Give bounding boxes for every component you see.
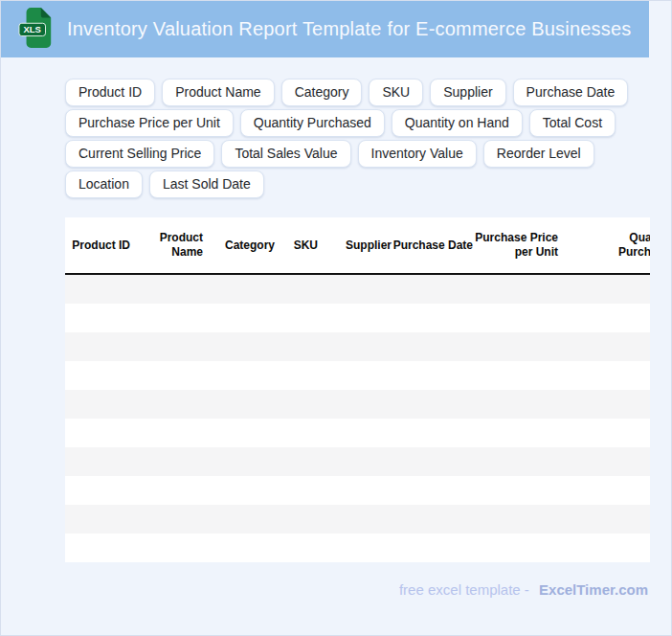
column-header: Product Name xyxy=(130,231,203,260)
inventory-table: Product ID Product Name Category SKU Sup… xyxy=(65,217,650,562)
field-chip[interactable]: Total Cost xyxy=(529,109,616,137)
field-chip[interactable]: Product ID xyxy=(65,79,155,106)
field-chip[interactable]: Purchase Price per Unit xyxy=(65,109,234,137)
column-header: Quantity Purchased xyxy=(618,231,650,260)
field-chip[interactable]: Total Sales Value xyxy=(221,140,350,168)
column-header: Supplier xyxy=(318,238,392,253)
table-row xyxy=(65,505,650,534)
footer: free excel template - ExcelTimer.com xyxy=(399,581,648,598)
table-header-row: Product ID Product Name Category SKU Sup… xyxy=(65,217,650,273)
page: XLS Inventory Valuation Report Template … xyxy=(0,0,672,636)
column-header: Category xyxy=(203,238,275,253)
xls-icon-label: XLS xyxy=(23,24,40,34)
field-chip[interactable]: Current Selling Price xyxy=(65,140,214,168)
footer-text: free excel template - xyxy=(399,581,529,598)
page-title: Inventory Valuation Report Template for … xyxy=(67,18,632,40)
field-chip[interactable]: Product Name xyxy=(162,79,274,106)
column-header: Purchase Price per Unit xyxy=(473,231,558,260)
field-chip[interactable]: Category xyxy=(281,79,363,106)
field-chip[interactable]: Purchase Date xyxy=(513,79,629,106)
table-row xyxy=(65,332,650,361)
table-row xyxy=(65,390,650,419)
field-chip[interactable]: SKU xyxy=(369,79,423,106)
column-header: Purchase Date xyxy=(392,238,473,253)
table-row xyxy=(65,534,650,562)
field-chip-list: Product ID Product Name Category SKU Sup… xyxy=(65,79,672,198)
table-row xyxy=(65,361,650,390)
brand-link[interactable]: ExcelTimer.com xyxy=(539,581,648,598)
table-row xyxy=(65,419,650,447)
field-chip[interactable]: Location xyxy=(65,170,143,198)
field-chip[interactable]: Inventory Value xyxy=(358,140,477,168)
header-bar: XLS Inventory Valuation Report Template … xyxy=(1,1,649,57)
column-header: SKU xyxy=(275,238,318,253)
table-row xyxy=(65,304,650,332)
xls-file-icon: XLS xyxy=(18,7,55,53)
column-header: Product ID xyxy=(65,238,130,253)
field-chip[interactable]: Last Sold Date xyxy=(149,170,264,198)
field-chip[interactable]: Reorder Level xyxy=(483,140,594,168)
table-row xyxy=(65,476,650,505)
field-chip[interactable]: Quantity Purchased xyxy=(240,109,385,137)
table-body xyxy=(65,275,650,562)
table-row xyxy=(65,447,650,476)
table-row xyxy=(65,275,650,304)
field-chip[interactable]: Quantity on Hand xyxy=(392,109,523,137)
field-chip[interactable]: Supplier xyxy=(430,79,505,106)
